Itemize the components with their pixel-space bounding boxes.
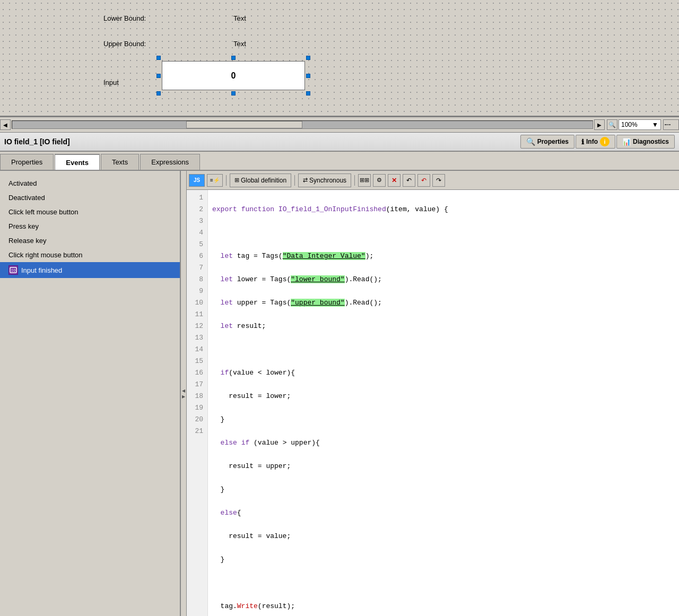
input-box-container: 0: [156, 56, 310, 96]
sep2: [294, 175, 295, 186]
tab-properties-btn[interactable]: 🔍 Properties: [520, 135, 574, 149]
event-input-finished-label: Input finished: [21, 266, 62, 274]
handle-bl[interactable]: [156, 91, 161, 96]
input-label: Input: [103, 79, 119, 86]
handle-arrow-right: ▶: [182, 394, 185, 399]
info-badge: i: [600, 137, 610, 146]
redo-cancel-btn[interactable]: ↶: [417, 174, 430, 187]
properties-icon: 🔍: [526, 137, 535, 146]
code-line-12: result = upper;: [212, 461, 675, 472]
event-deactivated[interactable]: Deactivated: [0, 190, 180, 205]
sep1: [226, 175, 227, 186]
scrollbar-area: ◀ ▶ 🔍 100% ▼: [0, 117, 679, 133]
event-click-right-label: Click right mouse button: [8, 251, 82, 259]
js-icon-btn[interactable]: JS: [189, 174, 205, 187]
redo-btn[interactable]: ↷: [432, 174, 445, 187]
tab-texts[interactable]: Texts: [101, 154, 139, 170]
event-click-right[interactable]: Click right mouse button: [0, 248, 180, 262]
upper-bound-value: Text: [233, 40, 246, 48]
event-activated[interactable]: Activated: [0, 176, 180, 190]
code-line-17: [212, 577, 675, 589]
panel-title: IO field_1 [IO field]: [4, 137, 520, 146]
vertical-resize-handle[interactable]: ◀ ▶: [180, 171, 187, 616]
info-tab-icon: ℹ: [581, 138, 584, 146]
tab-diagnostics-btn[interactable]: 📊 Diagnostics: [616, 135, 675, 149]
code-line-15: result = value;: [212, 531, 675, 542]
code-line-6: let result;: [212, 320, 675, 332]
canvas-area: Lower Bound: Text Upper Bound: Text Inpu…: [0, 0, 679, 117]
ruler-area: [663, 119, 679, 130]
code-line-16: }: [212, 554, 675, 566]
scroll-right-arrow[interactable]: ▶: [594, 119, 605, 130]
code-line-7: [212, 344, 675, 355]
event-release-key-label: Release key: [8, 237, 47, 245]
settings-btn[interactable]: ⚙: [373, 174, 386, 187]
code-line-3: let tag = Tags("Data_Integer_Value");: [212, 250, 675, 262]
handle-tm[interactable]: [231, 56, 236, 60]
scroll-left-arrow[interactable]: ◀: [0, 119, 11, 130]
handle-bm[interactable]: [231, 91, 236, 96]
line-numbers: 1 2 3 4 5 6 7 8 9 10 11 12 13 14 15 16 1…: [187, 190, 208, 616]
delete-btn[interactable]: ✕: [388, 174, 401, 187]
scroll-track-h[interactable]: [12, 120, 593, 129]
code-line-10: }: [212, 414, 675, 426]
event-press-key[interactable]: Press key: [0, 219, 180, 233]
events-sidebar: Activated Deactivated Click left mouse b…: [0, 171, 180, 616]
upper-bound-label: Upper Bound:: [103, 40, 146, 48]
event-activated-label: Activated: [8, 179, 37, 187]
code-line-14: else{: [212, 507, 675, 519]
code-line-1: export function IO_field_1_OnInputFinish…: [212, 204, 675, 215]
synchronous-btn[interactable]: ⇄ Synchronous: [298, 173, 351, 187]
code-line-13: }: [212, 484, 675, 496]
code-content[interactable]: export function IO_field_1_OnInputFinish…: [208, 190, 679, 616]
lower-bound-label: Lower Bound:: [103, 14, 146, 22]
code-line-5: let upper = Tags("upper_bound").Read();: [212, 297, 675, 309]
handle-tl[interactable]: [156, 56, 161, 60]
svg-text:IO: IO: [11, 268, 15, 273]
scroll-thumb-h[interactable]: [186, 121, 302, 128]
lower-bound-value: Text: [233, 14, 246, 22]
sync-icon: ⇄: [303, 177, 308, 184]
panel-tabs-right: 🔍 Properties ℹ Info i 📊 Diagnostics: [520, 135, 675, 149]
sep3: [354, 175, 355, 186]
event-input-finished[interactable]: IO Input finished: [0, 262, 180, 278]
main-content: Activated Deactivated Click left mouse b…: [0, 171, 679, 616]
code-editor[interactable]: 1 2 3 4 5 6 7 8 9 10 11 12 13 14 15 16 1…: [187, 190, 679, 616]
zoom-dropdown[interactable]: 100% ▼: [619, 119, 661, 130]
handle-br[interactable]: [306, 91, 310, 96]
code-line-11: else if (value > upper){: [212, 437, 675, 449]
code-line-2: [212, 227, 675, 239]
handle-mr[interactable]: [306, 74, 310, 78]
input-display[interactable]: 0: [162, 61, 305, 90]
handle-ml[interactable]: [156, 74, 161, 78]
tab-bar: Properties Events Texts Expressions: [0, 152, 679, 171]
zoom-icon[interactable]: 🔍: [607, 119, 617, 130]
code-line-4: let lower = Tags("lower_bound").Read();: [212, 274, 675, 285]
event-click-left-label: Click left mouse button: [8, 208, 79, 216]
tab-properties[interactable]: Properties: [0, 154, 54, 170]
diagnostics-icon: 📊: [622, 138, 631, 146]
code-toolbar: JS ≡⚡ ⊞ Global definition ⇄ Synchronous …: [187, 171, 679, 190]
code-view-btn[interactable]: ≡⚡: [207, 174, 223, 187]
tab-expressions[interactable]: Expressions: [140, 154, 200, 170]
code-editor-area: JS ≡⚡ ⊞ Global definition ⇄ Synchronous …: [187, 171, 679, 616]
tab-events[interactable]: Events: [55, 154, 100, 170]
code-line-8: if(value < lower){: [212, 367, 675, 379]
event-deactivated-label: Deactivated: [8, 194, 45, 202]
event-click-left[interactable]: Click left mouse button: [0, 205, 180, 219]
grid-btn[interactable]: ⊞⊞: [358, 174, 371, 187]
undo-btn[interactable]: ↶: [403, 174, 415, 187]
code-line-18: tag.Write(result);: [212, 601, 675, 612]
handle-tr[interactable]: [306, 56, 310, 60]
global-def-icon: ⊞: [234, 177, 239, 184]
tab-info-btn[interactable]: ℹ Info i: [576, 135, 615, 149]
event-release-key[interactable]: Release key: [0, 233, 180, 248]
input-finished-icon: IO: [8, 265, 18, 275]
global-definition-btn[interactable]: ⊞ Global definition: [230, 173, 291, 187]
panel-header: IO field_1 [IO field] 🔍 Properties ℹ Inf…: [0, 133, 679, 152]
handle-arrow-left: ◀: [182, 388, 185, 393]
event-press-key-label: Press key: [8, 222, 39, 230]
code-line-9: result = lower;: [212, 391, 675, 402]
